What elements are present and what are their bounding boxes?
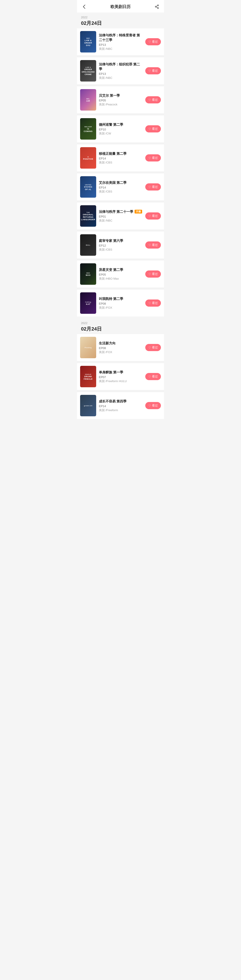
heart-icon: ♡ <box>148 98 151 102</box>
list-item: SINGLEDRUNKFEMALE单身醉族 第一季EP07美国 /Freefor… <box>77 363 164 390</box>
svg-point-0 <box>157 5 159 6</box>
show-episode: EP08 <box>99 347 143 350</box>
watched-button[interactable]: ♡看过 <box>145 402 161 409</box>
show-poster[interactable]: grown-ish <box>80 395 96 416</box>
show-poster[interactable]: HBOMAX <box>80 263 96 285</box>
show-info: 移植正能量 第二季EP14美国 /CBS <box>99 151 143 165</box>
divider <box>77 85 164 86</box>
on-air-badge: 开播 <box>135 210 142 213</box>
divider <box>77 143 164 143</box>
heart-icon: ♡ <box>148 346 151 349</box>
heart-icon: ♡ <box>148 272 151 276</box>
divider <box>77 230 164 231</box>
watched-button[interactable]: ♡看过 <box>145 183 161 191</box>
watched-label: 看过 <box>152 272 158 276</box>
show-info: 叫我凯特 第二季EP08美国 /FOX <box>99 296 143 310</box>
watched-button[interactable]: ♡看过 <box>145 242 161 248</box>
show-title: 移植正能量 第二季 <box>99 151 143 156</box>
watched-label: 看过 <box>152 214 158 218</box>
watched-button[interactable]: ♡看过 <box>145 125 161 132</box>
show-poster[interactable]: Pivoting <box>80 337 96 358</box>
divider <box>77 391 164 391</box>
show-meta: 美国 /Freeform HULU <box>99 379 143 383</box>
heart-icon: ♡ <box>148 404 151 407</box>
show-info: 艾尔在美国 第二季EP14美国 /CBS <box>99 180 143 194</box>
show-episode: EP07 <box>99 375 143 379</box>
show-poster[interactable]: BPOSITIVE <box>80 147 96 169</box>
watched-label: 看过 <box>152 40 158 44</box>
show-info: 异星灾变 第二季EP05美国 /HBO Max <box>99 267 143 281</box>
watched-button[interactable]: ♡看过 <box>145 299 161 307</box>
list-item: LAW &ORDERORGANIZEDCRIME法律与秩序：组织犯罪 第二季EP… <box>77 57 164 84</box>
show-meta: 美国 /CBS <box>99 248 143 252</box>
heart-icon: ♡ <box>148 375 151 378</box>
show-title: 法律与秩序：组织犯罪 第二季 <box>99 62 143 71</box>
watched-button[interactable]: ♡看过 <box>145 38 161 45</box>
show-title: 法律与秩序：特殊受害者 第二十三季 <box>99 33 143 42</box>
show-info: 法律与秩序 第二十一季开播EP01美国 /NBC <box>99 209 143 223</box>
watched-button[interactable]: ♡看过 <box>145 96 161 103</box>
show-poster[interactable]: THEORIGINALRETURNSLAW&ORDER <box>80 205 96 227</box>
watched-button[interactable]: ♡看过 <box>145 154 161 161</box>
list-item: BELAIR贝艾尔 第一季EP05美国 /Peacock♡看过 <box>77 86 164 113</box>
watched-label: 看过 <box>152 185 158 189</box>
watched-button[interactable]: ♡看过 <box>145 270 161 278</box>
page-title: 欧美剧日历 <box>87 4 154 10</box>
watched-label: 看过 <box>152 243 158 247</box>
show-episode: EP01 <box>99 215 143 218</box>
show-meta: 美国 /NBC <box>99 219 143 223</box>
divider <box>77 288 164 289</box>
show-title: 单身醉族 第一季 <box>99 370 143 374</box>
watched-label: 看过 <box>152 374 158 379</box>
watched-label: 看过 <box>152 156 158 160</box>
svg-line-3 <box>156 7 157 8</box>
back-button[interactable] <box>81 3 87 10</box>
show-poster[interactable]: LAW &ORDERORGANIZEDCRIME <box>80 60 96 81</box>
show-poster[interactable]: BELAIR <box>80 89 96 111</box>
section-date: 02月24日 <box>77 19 164 29</box>
divider <box>77 259 164 260</box>
show-episode: EP05 <box>99 99 143 102</box>
show-poster[interactable]: SINGLEDRUNKFEMALE <box>80 366 96 387</box>
show-poster[interactable]: WALKERISCOMING <box>80 118 96 140</box>
section-0: 202202月24日NBCLAW &ORDERSVU法律与秩序：特殊受害者 第二… <box>77 13 164 317</box>
show-title: 艾尔在美国 第二季 <box>99 180 143 185</box>
heart-icon: ♡ <box>148 156 151 160</box>
show-meta: 美国 /FOX <box>99 306 143 310</box>
watched-label: 看过 <box>152 98 158 102</box>
divider <box>77 56 164 57</box>
watched-button[interactable]: ♡看过 <box>145 344 161 351</box>
divider <box>77 172 164 173</box>
show-poster[interactable]: UNITEDSTATESOF AL <box>80 176 96 198</box>
show-info: 庭审专家 第六季EP12美国 /CBS <box>99 238 143 252</box>
show-poster[interactable]: CallingKat <box>80 292 96 314</box>
app-header: 欧美剧日历 <box>77 0 164 13</box>
heart-icon: ♡ <box>148 127 151 130</box>
show-info: 生活新方向EP08美国 /FOX <box>99 341 143 354</box>
watched-button[interactable]: ♡看过 <box>145 212 161 220</box>
show-poster[interactable]: NBCLAW &ORDERSVU <box>80 31 96 52</box>
show-meta: 美国 /NBC <box>99 76 143 80</box>
section-year: 2022 <box>77 318 164 325</box>
list-item: BPOSITIVE移植正能量 第二季EP14美国 /CBS♡看过 <box>77 145 164 171</box>
watched-button[interactable]: ♡看过 <box>145 67 161 74</box>
show-episode: EP10 <box>99 128 143 131</box>
show-title: 法律与秩序 第二十一季开播 <box>99 209 143 214</box>
show-episode: EP13 <box>99 72 143 75</box>
heart-icon: ♡ <box>148 40 151 43</box>
show-info: 德州巡警 第二季EP10美国 /CW <box>99 122 143 135</box>
svg-point-2 <box>157 8 159 9</box>
show-title: 德州巡警 第二季 <box>99 122 143 127</box>
heart-icon: ♡ <box>148 215 151 218</box>
heart-icon: ♡ <box>148 69 151 73</box>
show-poster[interactable]: BULL <box>80 234 96 256</box>
show-episode: EP05 <box>99 273 143 276</box>
list-item: WALKERISCOMING德州巡警 第二季EP10美国 /CW♡看过 <box>77 116 164 142</box>
svg-line-4 <box>156 6 157 6</box>
list-item: CallingKat叫我凯特 第二季EP08美国 /FOX♡看过 <box>77 290 164 317</box>
share-button[interactable] <box>154 3 160 10</box>
show-title: 异星灾变 第二季 <box>99 267 143 272</box>
watched-label: 看过 <box>152 301 158 305</box>
watched-button[interactable]: ♡看过 <box>145 373 161 380</box>
show-meta: 美国 /Freeform <box>99 408 143 412</box>
